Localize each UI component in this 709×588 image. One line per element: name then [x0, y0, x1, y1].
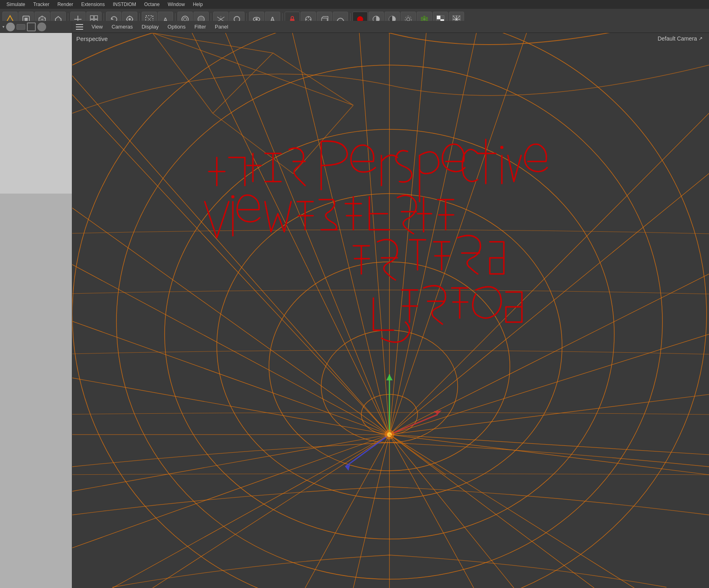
dot-circle-filled[interactable]	[37, 22, 46, 31]
dot-rect-outline[interactable]	[27, 22, 36, 31]
menu-octane[interactable]: Octane	[140, 1, 164, 8]
viewport-camera-label: Default Camera ↗	[658, 35, 703, 42]
svg-rect-53	[437, 16, 440, 19]
menu-simulate[interactable]: Simulate	[2, 1, 29, 8]
dot-rect-dark[interactable]	[16, 24, 25, 30]
scene-canvas	[72, 33, 709, 588]
camera-link-icon: ↗	[699, 36, 703, 41]
svg-rect-5	[90, 16, 94, 19]
svg-marker-9	[111, 17, 114, 20]
svg-point-22	[183, 18, 187, 21]
sidebar-lower-panel	[0, 194, 72, 588]
svg-rect-2	[24, 18, 28, 21]
camera-name: Default Camera	[658, 35, 697, 42]
viewport-perspective-label: Perspective	[76, 35, 108, 42]
menu-cameras[interactable]: Cameras	[108, 22, 137, 31]
app-menu-bar: Simulate Tracker Render Extensions INSTD…	[0, 0, 709, 9]
menu-view[interactable]: View	[88, 22, 107, 31]
menu-render[interactable]: Render	[53, 1, 77, 8]
svg-point-43	[407, 18, 410, 21]
menu-filter[interactable]: Filter	[190, 22, 210, 31]
main-viewport: Perspective Default Camera ↗	[72, 33, 709, 588]
menu-display[interactable]: Display	[138, 22, 163, 31]
svg-point-46	[423, 16, 426, 18]
viewport-menu-bar: View Cameras Display Options Filter Pane…	[72, 21, 709, 33]
menu-instdiom[interactable]: INSTDlOM	[109, 1, 140, 8]
svg-point-11	[128, 18, 131, 20]
menu-window[interactable]: Window	[164, 1, 189, 8]
dot-grey[interactable]	[6, 22, 15, 31]
menu-panel[interactable]: Panel	[211, 22, 232, 31]
svg-point-31	[255, 18, 258, 20]
sidebar-top-bar: ▾	[0, 21, 72, 33]
sidebar-chevron[interactable]: ▾	[2, 24, 4, 29]
menu-extensions[interactable]: Extensions	[77, 1, 109, 8]
sidebar-upper-panel	[0, 33, 72, 194]
hamburger-line2	[76, 27, 83, 27]
svg-rect-62	[72, 33, 709, 588]
svg-point-51	[421, 17, 423, 19]
svg-point-45	[423, 18, 426, 20]
left-sidebar: ▾ Move ✛	[0, 21, 72, 588]
hamburger-line3	[76, 29, 83, 30]
menu-help[interactable]: Help	[189, 1, 207, 8]
hamburger-line1	[76, 24, 83, 25]
svg-rect-6	[94, 16, 98, 19]
svg-point-47	[426, 17, 428, 19]
hamburger-menu[interactable]	[74, 22, 85, 32]
svg-rect-55	[440, 16, 444, 19]
menu-options[interactable]: Options	[163, 22, 189, 31]
menu-tracker[interactable]: Tracker	[29, 1, 53, 8]
